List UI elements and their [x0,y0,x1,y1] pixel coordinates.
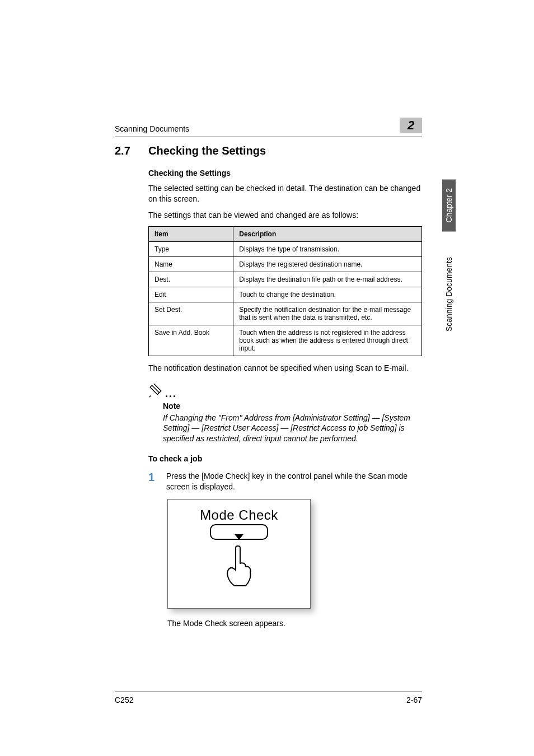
cell-item: Name [149,256,233,272]
cell-desc: Displays the registered destination name… [233,256,422,272]
side-tab-chapter: Chapter 2 [442,179,456,231]
note-label: Note [163,402,422,410]
note-icon [148,384,163,400]
running-header: Scanning Documents 2 [115,118,422,137]
running-title: Scanning Documents [115,124,189,133]
col-description: Description [233,226,422,241]
section-title: Checking the Settings [148,144,266,157]
step-1: 1 Press the [Mode Check] key in the cont… [148,471,422,492]
cell-desc: Touch to change the destination. [233,287,422,302]
table-row: Dest. Displays the destination file path… [149,272,422,287]
cell-item: Set Dest. [149,302,233,325]
footer-left: C252 [115,696,133,704]
cell-desc: Touch when the address is not registered… [233,325,422,356]
table-row: Edit Touch to change the destination. [149,287,422,302]
note-block: ... Note If Changing the "From" Address … [148,384,422,445]
table-header-row: Item Description [149,226,422,241]
subheading-to-check: To check a job [148,454,422,463]
body-text: The settings that can be viewed and chan… [148,210,422,221]
subheading-checking: Checking the Settings [148,169,422,178]
button-outline-icon [210,524,268,540]
body-text: The selected setting can be checked in d… [148,183,422,204]
chapter-number: 2 [407,118,414,133]
section-number: 2.7 [115,144,137,157]
cell-item: Dest. [149,272,233,287]
side-tabs: Chapter 2 Scanning Documents [442,179,456,341]
cell-desc: Displays the type of transmission. [233,241,422,256]
body-text: The notification destination cannot be s… [148,363,422,374]
note-dots: ... [165,388,177,400]
figure-label: Mode Check [168,507,310,523]
cell-desc: Displays the destination file path or th… [233,272,422,287]
col-item: Item [149,226,233,241]
footer-right: 2-67 [406,696,422,704]
note-body: If Changing the "From" Address from [Adm… [163,413,422,445]
step-text: Press the [Mode Check] key in the contro… [166,471,422,492]
mode-check-figure: Mode Check [167,499,311,609]
table-row: Set Dest. Specify the notification desti… [149,302,422,325]
chapter-badge: 2 [400,118,422,133]
cell-item: Type [149,241,233,256]
side-tab-section: Scanning Documents [442,248,456,340]
table-row: Type Displays the type of transmission. [149,241,422,256]
cell-desc: Specify the notification destination for… [233,302,422,325]
page-footer: C252 2-67 [115,692,422,704]
table-row: Save in Add. Book Touch when the address… [149,325,422,356]
cell-item: Edit [149,287,233,302]
result-text: The Mode Check screen appears. [167,619,422,628]
settings-table: Item Description Type Displays the type … [148,226,422,356]
hand-icon [223,544,255,591]
step-number: 1 [148,471,158,492]
section-heading: 2.7 Checking the Settings [115,144,422,157]
table-row: Name Displays the registered destination… [149,256,422,272]
cell-item: Save in Add. Book [149,325,233,356]
